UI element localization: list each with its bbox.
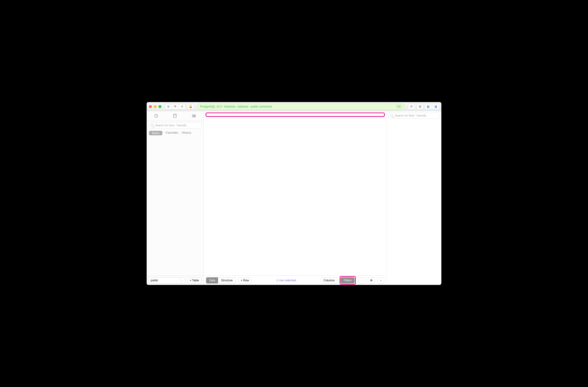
reload-button[interactable]: ⟳	[408, 104, 415, 109]
loc-badge: loc	[397, 105, 402, 108]
statusbar: Data Structure + Row 1 row selected Colu…	[204, 275, 387, 285]
path-text: PostgreSQL 10.3 : Katonice : katonice : …	[200, 105, 272, 108]
database-icon[interactable]	[172, 113, 178, 119]
data-grid[interactable]	[204, 118, 387, 275]
grid-button[interactable]: ⊞	[416, 104, 423, 109]
add-row-button[interactable]: + Row	[238, 277, 252, 284]
search-icon	[151, 124, 153, 127]
window-controls	[149, 105, 161, 108]
prev-button[interactable]: ‹	[358, 277, 365, 284]
connection-path: PostgreSQL 10.3 : Katonice : katonice : …	[197, 103, 404, 110]
data-tab[interactable]: Data	[206, 277, 218, 284]
inspector: Search for field: ^name$...	[387, 111, 441, 285]
titlebar: ⊘ 👁 ≡ 🔓 PostgreSQL 10.3 : Katonice : kat…	[147, 102, 441, 111]
sidebar: SQL Search for item: ^name$... Items Fav…	[147, 111, 204, 285]
panel-right-button[interactable]: ◨	[432, 104, 439, 109]
search-placeholder: Search for field: ^name$...	[395, 114, 428, 117]
sidebar-tabs: Items Favorites History	[147, 130, 203, 137]
zoom-icon[interactable]	[159, 105, 161, 108]
structure-tab[interactable]: Structure	[218, 277, 236, 284]
tab-favorites[interactable]: Favorites	[166, 131, 178, 135]
selection-status: 1 row selected	[254, 278, 318, 282]
search-icon	[391, 114, 393, 117]
plug-icon[interactable]	[153, 113, 159, 119]
list-button[interactable]: ≡	[178, 104, 186, 109]
panel-left-button[interactable]: ◧	[425, 104, 432, 109]
search-placeholder: Search for item: ^name$...	[155, 124, 188, 127]
tab-items[interactable]: Items	[149, 131, 162, 135]
svg-point-1	[173, 114, 176, 116]
inspector-search[interactable]: Search for field: ^name$...	[388, 113, 440, 119]
schema-select[interactable]: public⌃⌄	[148, 277, 185, 284]
main-panel: Data Structure + Row 1 row selected Colu…	[204, 111, 387, 285]
sidebar-search[interactable]: Search for item: ^name$...	[148, 122, 202, 128]
gear-icon[interactable]: ⚙	[368, 277, 375, 284]
filter-panel	[206, 113, 385, 117]
sql-icon[interactable]: SQL	[191, 113, 197, 119]
lock-button[interactable]: 🔓	[187, 104, 194, 109]
table-list	[147, 137, 203, 276]
app-window: ⊘ 👁 ≡ 🔓 PostgreSQL 10.3 : Katonice : kat…	[147, 102, 441, 285]
minimize-icon[interactable]	[154, 105, 157, 108]
stop-button[interactable]: ⊘	[165, 104, 172, 109]
columns-button[interactable]: Columns	[321, 277, 337, 284]
close-icon[interactable]	[149, 105, 152, 108]
filters-button[interactable]: Filters	[341, 277, 355, 284]
tab-history[interactable]: History	[182, 131, 191, 135]
svg-text:SQL: SQL	[193, 115, 196, 116]
add-table-button[interactable]: + Table	[187, 277, 202, 284]
next-button[interactable]: ›	[377, 277, 384, 284]
view-button[interactable]: 👁	[172, 104, 179, 109]
